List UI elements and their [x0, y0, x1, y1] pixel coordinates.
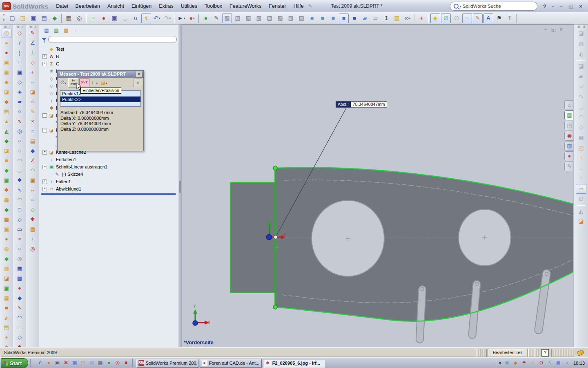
sketch-20-icon[interactable]: ◇: [15, 215, 24, 224]
sketch-23-icon[interactable]: ○: [15, 245, 24, 254]
menu-extras[interactable]: Extras: [155, 2, 177, 11]
view-solid-icon[interactable]: ■: [350, 13, 359, 23]
sketch-centerline-icon[interactable]: ¦: [15, 48, 24, 58]
sheetmetal-3-icon[interactable]: ◭: [576, 49, 586, 59]
tree-filter-input[interactable]: [48, 36, 177, 43]
expander-icon[interactable]: +: [42, 187, 47, 191]
sketch-point-icon[interactable]: ✱: [15, 176, 24, 185]
custom-properties-tab-icon[interactable]: ✎: [564, 162, 574, 171]
view-wireframe-2-icon[interactable]: ▧: [233, 13, 243, 23]
view-shaded-3-icon[interactable]: ■: [328, 13, 338, 23]
vertex-point-bottom[interactable]: [273, 305, 277, 309]
measure-diamond-icon[interactable]: ◆: [430, 13, 440, 23]
tool-19-icon[interactable]: ◇: [28, 205, 38, 215]
sketch-26-icon[interactable]: ▩: [15, 274, 24, 283]
tool-10-icon[interactable]: ×: [28, 117, 38, 126]
measure-inactive-icon[interactable]: ∅: [452, 13, 461, 23]
view-wireframe-4-icon[interactable]: ▧: [254, 13, 264, 23]
feature-25-icon[interactable]: ▥: [2, 264, 11, 274]
display-properties-icon[interactable]: ▣: [53, 359, 62, 367]
feature-21-icon[interactable]: ▣: [2, 225, 11, 234]
normal-to-icon[interactable]: ↥: [381, 13, 391, 23]
search-input[interactable]: SolidWorks Suche: [463, 4, 501, 9]
feature-28-icon[interactable]: ▦: [2, 294, 11, 303]
menu-bearbeiten[interactable]: Bearbeiten: [71, 2, 103, 11]
tool-21-icon[interactable]: ▦: [28, 225, 38, 234]
taskbar-window-solidworks[interactable]: SW SolidWorks Premium 200...: [136, 359, 198, 368]
view-shaded-edges-icon[interactable]: ■: [339, 13, 349, 23]
relations-icon[interactable]: ⊥: [28, 48, 38, 58]
sketch-arc-2-icon[interactable]: ◡: [15, 166, 24, 175]
tool-7-icon[interactable]: ◪: [28, 88, 38, 97]
coordinate-system-icon[interactable]: ∟▾: [90, 79, 99, 87]
feature-33-icon[interactable]: ◆: [2, 343, 11, 347]
projection-icon[interactable]: ◪▾: [100, 79, 108, 87]
tool-9-icon[interactable]: ✎: [28, 107, 38, 117]
view-wireframe-8-icon[interactable]: ▧: [296, 13, 306, 23]
traffic-light-icon[interactable]: ●: [99, 13, 109, 23]
open-icon[interactable]: ◳: [18, 13, 28, 23]
feature-24-icon[interactable]: ◆: [2, 254, 11, 264]
deviation-analysis-icon[interactable]: ~: [462, 13, 472, 23]
sketch-33-icon[interactable]: ✱: [15, 343, 24, 347]
feature-30-icon[interactable]: ◭: [2, 313, 11, 323]
search-dropdown-icon[interactable]: ▾: [460, 4, 461, 8]
sheetmetal-4-icon[interactable]: ◪: [576, 61, 586, 71]
view-flat-icon[interactable]: ▱: [371, 13, 381, 23]
appearances-tab-icon[interactable]: ●: [564, 151, 574, 161]
select-icon[interactable]: ►▾: [176, 13, 186, 23]
minimize-icon[interactable]: –: [558, 3, 564, 9]
splitter-handle-icon[interactable]: [179, 181, 181, 193]
dialog-collapse-icon[interactable]: »: [134, 79, 142, 87]
tool-12-icon[interactable]: ▤: [28, 137, 38, 146]
volume-icon[interactable]: ♪: [563, 359, 570, 367]
tag-icon[interactable]: [577, 349, 584, 356]
save-icon[interactable]: ▣: [29, 13, 38, 23]
feature-26-icon[interactable]: ◪: [2, 274, 11, 283]
tool-14-icon[interactable]: ∠: [28, 156, 38, 166]
view-wireframe-3-icon[interactable]: ▧: [243, 13, 253, 23]
expander-icon[interactable]: −: [42, 165, 47, 169]
dimension-icon[interactable]: ✎: [28, 29, 38, 38]
feature-9-icon[interactable]: ▤: [2, 107, 11, 117]
view-wireframe-1-icon[interactable]: ▧: [222, 13, 232, 23]
view-palette-tab-icon[interactable]: ▥: [564, 141, 574, 151]
key-tool-icon[interactable]: ¤: [529, 359, 536, 367]
tree-item[interactable]: +ΣG: [39, 60, 178, 67]
featuremanager-tab-icon[interactable]: ▤: [42, 26, 51, 35]
help-icon[interactable]: ?: [541, 3, 548, 9]
sketch-arc-1-icon[interactable]: ◠: [15, 156, 24, 166]
doc-minimize-icon[interactable]: –: [544, 27, 547, 32]
section-view-icon[interactable]: ▥: [392, 13, 402, 23]
zoom-pen-icon[interactable]: ✎: [212, 13, 221, 23]
measure-dialog-titlebar[interactable]: Messen - Test 2009 ak.SLDPRT ×: [58, 71, 143, 78]
menu-datei[interactable]: Datei: [52, 2, 71, 11]
corner-relief-icon[interactable]: ◰: [576, 143, 586, 153]
orange-app-icon[interactable]: ●: [45, 359, 53, 367]
sketch-28-icon[interactable]: ◆: [15, 294, 24, 303]
sketch-parallelogram-icon[interactable]: ▰: [15, 97, 24, 107]
picture-viewer-icon[interactable]: ▣: [503, 359, 510, 367]
sketch-circle-icon[interactable]: ○: [15, 107, 24, 117]
start-button[interactable]: Start: [1, 358, 28, 368]
feature-14-icon[interactable]: ■: [2, 156, 11, 166]
bolt-icon[interactable]: Ŧ: [505, 13, 514, 23]
unfold-tool-icon[interactable]: ↓: [576, 164, 586, 173]
feature-7-icon[interactable]: ◪: [2, 88, 11, 97]
measure-tape-icon[interactable]: ◎: [2, 29, 11, 38]
vertex-point-top[interactable]: [273, 166, 277, 170]
rip-icon[interactable]: ◭: [576, 206, 586, 216]
feature-22-icon[interactable]: ●: [2, 235, 11, 244]
design-check-icon[interactable]: ●: [2, 48, 11, 58]
sketch-rectangle-icon[interactable]: □: [15, 58, 24, 67]
avira-icon[interactable]: ☂: [520, 359, 528, 367]
expander-icon[interactable]: +: [42, 62, 47, 66]
feature-12-icon[interactable]: ◆: [2, 137, 11, 146]
view-wireframe-6-icon[interactable]: ▧: [275, 13, 285, 23]
rollback-bar[interactable]: [41, 193, 176, 195]
new-document-icon[interactable]: ▢: [7, 13, 17, 23]
restore-icon[interactable]: ◱: [568, 3, 574, 9]
sketch-31-icon[interactable]: □: [15, 323, 24, 332]
sketch-25-icon[interactable]: ▦: [15, 264, 24, 274]
u-clamp-icon[interactable]: ∪: [131, 13, 140, 23]
